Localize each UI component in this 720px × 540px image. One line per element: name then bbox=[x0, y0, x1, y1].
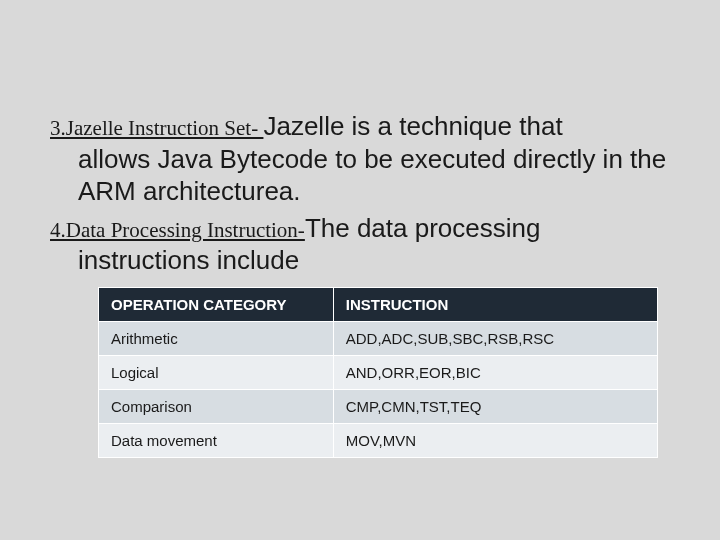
section-3-rest-2: allows Java Bytecode to be executed dire… bbox=[50, 143, 680, 208]
table-header-cell: INSTRUCTION bbox=[333, 287, 657, 321]
table-row: Data movement MOV,MVN bbox=[99, 423, 658, 457]
table-cell: Data movement bbox=[99, 423, 334, 457]
table-cell: CMP,CMN,TST,TEQ bbox=[333, 389, 657, 423]
table-cell: MOV,MVN bbox=[333, 423, 657, 457]
section-4-lead: 4.Data Processing Instruction- bbox=[50, 218, 305, 242]
table-header-cell: OPERATION CATEGORY bbox=[99, 287, 334, 321]
section-3-rest-1: Jazelle is a technique that bbox=[263, 111, 562, 141]
table-cell: Logical bbox=[99, 355, 334, 389]
slide: 3.Jazelle Instruction Set- Jazelle is a … bbox=[0, 0, 720, 540]
section-4-rest-2: instructions include bbox=[50, 244, 680, 277]
section-3-lead: 3.Jazelle Instruction Set- bbox=[50, 116, 263, 140]
section-4-rest-1: The data processing bbox=[305, 213, 541, 243]
table-row: Comparison CMP,CMN,TST,TEQ bbox=[99, 389, 658, 423]
instruction-table-wrap: OPERATION CATEGORY INSTRUCTION Arithmeti… bbox=[98, 287, 658, 458]
section-4-para: 4.Data Processing Instruction-The data p… bbox=[50, 212, 680, 277]
section-3-para: 3.Jazelle Instruction Set- Jazelle is a … bbox=[50, 110, 680, 208]
table-cell: Comparison bbox=[99, 389, 334, 423]
table-row: Arithmetic ADD,ADC,SUB,SBC,RSB,RSC bbox=[99, 321, 658, 355]
table-header-row: OPERATION CATEGORY INSTRUCTION bbox=[99, 287, 658, 321]
instruction-table: OPERATION CATEGORY INSTRUCTION Arithmeti… bbox=[98, 287, 658, 458]
table-cell: Arithmetic bbox=[99, 321, 334, 355]
table-cell: ADD,ADC,SUB,SBC,RSB,RSC bbox=[333, 321, 657, 355]
table-cell: AND,ORR,EOR,BIC bbox=[333, 355, 657, 389]
table-row: Logical AND,ORR,EOR,BIC bbox=[99, 355, 658, 389]
